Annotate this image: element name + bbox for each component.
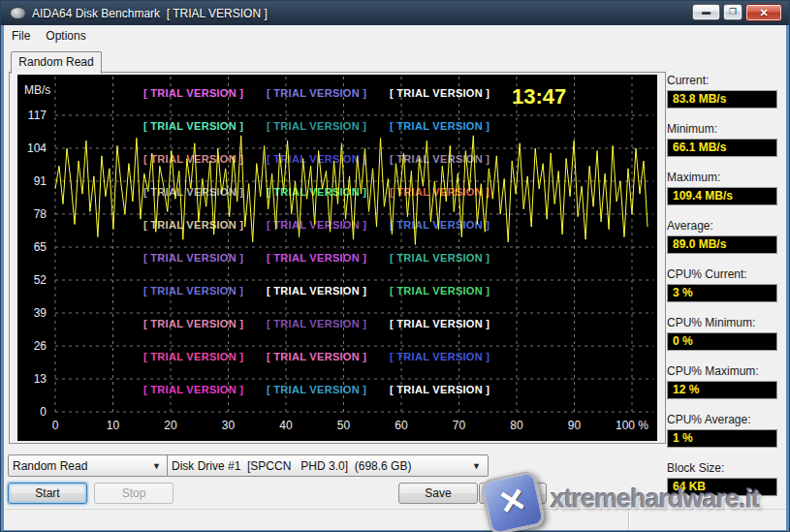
stat-label: Minimum: <box>667 122 779 136</box>
trial-watermark: [ TRIAL VERSION ] <box>143 318 243 329</box>
x-tick-label: 20 <box>164 419 177 432</box>
stat-value: 1 % <box>667 429 777 448</box>
stat-value: 66.1 MB/s <box>667 139 777 157</box>
trial-watermark: [ TRIAL VERSION ] <box>267 120 366 132</box>
y-tick-label: 104 <box>27 141 47 155</box>
trial-watermark: [ TRIAL VERSION ] <box>267 153 366 165</box>
trial-watermark: [ TRIAL VERSION ] <box>267 384 366 395</box>
trial-watermark: [ TRIAL VERSION ] <box>390 384 490 395</box>
x-tick-label: 70 <box>453 419 466 432</box>
drive-select[interactable]: Disk Drive #1 [SPCCN PHD 3.0] (698.6 GB)… <box>167 454 489 477</box>
stat-value: 64 KB <box>667 478 777 496</box>
clear-button[interactable]: Clear <box>479 483 547 504</box>
x-tick-label: 100 % <box>616 419 648 432</box>
chart-panel: 117104917865523926130MB/s010203040506070… <box>9 72 666 444</box>
trial-watermark: [ TRIAL VERSION ] <box>267 87 366 99</box>
trial-watermark: [ TRIAL VERSION ] <box>267 318 366 329</box>
stat-label: Average: <box>667 219 779 233</box>
tab-random-read[interactable]: Random Read <box>11 51 102 74</box>
maximize-button-icon[interactable]: ❐ <box>723 4 743 20</box>
stat-label: CPU% Average: <box>667 413 779 426</box>
stat-value: 83.8 MB/s <box>667 90 777 109</box>
stat-label: CPU% Minimum: <box>667 316 779 329</box>
trial-watermark: [ TRIAL VERSION ] <box>390 252 490 264</box>
trial-watermark: [ TRIAL VERSION ] <box>143 384 243 395</box>
window-title: AIDA64 Disk Benchmark [ TRIAL VERSION ] <box>32 7 268 20</box>
stat-group: Block Size:64 KB <box>667 461 779 496</box>
stat-value: 109.4 MB/s <box>667 187 777 205</box>
x-tick-label: 10 <box>107 419 120 432</box>
chevron-down-icon: ▼ <box>149 461 164 471</box>
trial-watermark: [ TRIAL VERSION ] <box>143 252 243 264</box>
trial-watermark: [ TRIAL VERSION ] <box>143 120 243 132</box>
test-type-select[interactable]: Random Read ▼ <box>8 454 169 477</box>
start-button[interactable]: Start <box>8 483 87 504</box>
titlebar: AIDA64 Disk Benchmark [ TRIAL VERSION ] … <box>1 1 789 25</box>
trial-watermark: [ TRIAL VERSION ] <box>390 351 490 362</box>
trial-watermark: [ TRIAL VERSION ] <box>267 252 366 264</box>
trial-watermark: [ TRIAL VERSION ] <box>390 318 490 329</box>
close-button-icon[interactable]: ✕ <box>745 4 782 21</box>
status-bar <box>4 509 786 530</box>
y-tick-label: 65 <box>34 240 47 254</box>
y-axis-unit-label: MB/s <box>24 83 50 97</box>
x-tick-label: 90 <box>568 419 582 432</box>
trial-watermark: [ TRIAL VERSION ] <box>267 285 366 297</box>
y-tick-label: 91 <box>34 174 47 188</box>
stat-group: Maximum:109.4 MB/s <box>667 171 779 205</box>
stat-label: Maximum: <box>667 171 779 184</box>
status-bar-divider <box>628 512 629 529</box>
trial-watermark: [ TRIAL VERSION ] <box>390 120 490 132</box>
stat-label: Block Size: <box>667 461 779 475</box>
x-tick-label: 30 <box>222 419 236 432</box>
stat-value: 89.0 MB/s <box>667 235 777 254</box>
trial-watermark: [ TRIAL VERSION ] <box>143 219 243 231</box>
menu-item-file[interactable]: File <box>4 26 38 46</box>
stat-label: CPU% Current: <box>667 267 779 281</box>
trial-watermark: [ TRIAL VERSION ] <box>390 285 490 297</box>
y-tick-label: 26 <box>34 339 47 353</box>
y-tick-label: 52 <box>34 273 47 287</box>
stat-group: Minimum:66.1 MB/s <box>667 122 779 157</box>
app-icon <box>10 7 26 19</box>
y-tick-label: 39 <box>34 306 47 320</box>
save-button[interactable]: Save <box>398 483 478 504</box>
y-tick-label: 117 <box>28 109 47 122</box>
x-tick-label: 40 <box>279 419 293 432</box>
stat-value: 3 % <box>667 284 777 302</box>
stat-label: CPU% Maximum: <box>667 364 779 378</box>
trial-watermark: [ TRIAL VERSION ] <box>143 285 243 297</box>
drive-select-value: Disk Drive #1 [SPCCN PHD 3.0] (698.6 GB) <box>172 459 469 473</box>
trial-watermark: [ TRIAL VERSION ] <box>143 351 243 362</box>
y-tick-label: 13 <box>34 372 47 386</box>
benchmark-chart: 117104917865523926130MB/s010203040506070… <box>17 75 657 441</box>
stat-label: Current: <box>667 74 779 87</box>
stat-value: 12 % <box>667 381 777 399</box>
stat-group: Average:89.0 MB/s <box>667 219 779 254</box>
x-tick-label: 60 <box>395 419 408 432</box>
minimize-button-icon[interactable]: ▬ <box>692 4 720 20</box>
stat-value: 0 % <box>667 332 777 351</box>
stat-group: CPU% Minimum:0 % <box>667 316 779 351</box>
window-controls: ▬ ❐ ✕ <box>692 4 782 21</box>
trial-watermark: [ TRIAL VERSION ] <box>390 219 490 231</box>
app-window: AIDA64 Disk Benchmark [ TRIAL VERSION ] … <box>0 0 790 532</box>
chevron-down-icon: ▼ <box>469 461 484 471</box>
trial-watermark: [ TRIAL VERSION ] <box>143 87 243 99</box>
x-tick-label: 0 <box>52 419 59 432</box>
stat-group: CPU% Current:3 % <box>667 267 779 302</box>
stat-group: CPU% Maximum:12 % <box>667 364 779 399</box>
y-tick-label: 0 <box>40 405 47 419</box>
x-tick-label: 80 <box>510 419 523 432</box>
trial-watermark: [ TRIAL VERSION ] <box>390 87 490 99</box>
trial-watermark: [ TRIAL VERSION ] <box>267 351 366 362</box>
y-tick-label: 78 <box>34 207 47 221</box>
x-tick-label: 50 <box>337 419 351 432</box>
test-type-value: Random Read <box>13 459 149 473</box>
stat-group: CPU% Average:1 % <box>667 413 779 448</box>
menubar: FileOptions <box>4 25 786 47</box>
stop-button[interactable]: Stop <box>94 483 174 504</box>
trial-watermark: [ TRIAL VERSION ] <box>390 186 490 198</box>
stat-group: Current:83.8 MB/s <box>667 74 779 109</box>
menu-item-options[interactable]: Options <box>38 26 93 46</box>
